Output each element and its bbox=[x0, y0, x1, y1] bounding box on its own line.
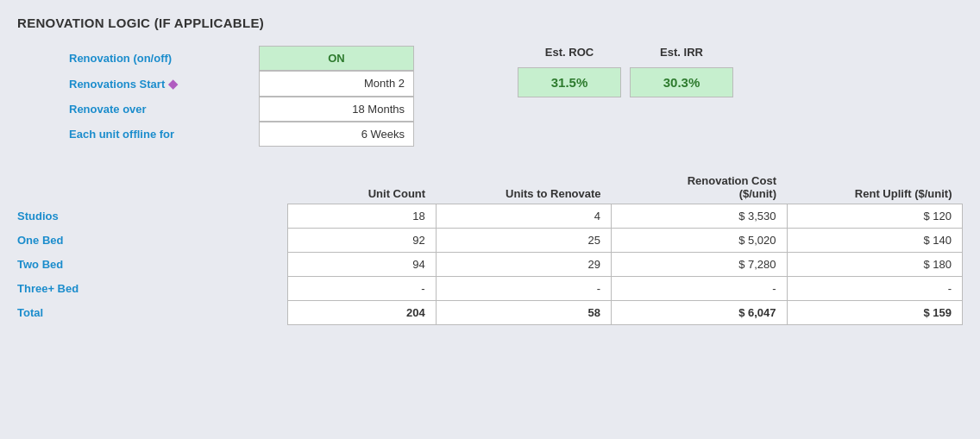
table-row: Studios 18 4 $ 3,530 $ 120 bbox=[17, 204, 963, 229]
row-units-to-renovate-1: 25 bbox=[436, 229, 611, 253]
row-renovation-cost-2: $ 7,280 bbox=[612, 253, 787, 277]
renovation-form: Renovation (on/off) ON Renovations Start… bbox=[69, 46, 414, 147]
renovation-toggle[interactable]: ON bbox=[259, 46, 414, 71]
renovation-table-area: Unit Count Units to Renovate Renovation … bbox=[17, 171, 963, 325]
row-renovation-cost-1: $ 5,020 bbox=[612, 229, 787, 253]
form-label-renovation: Renovation (on/off) bbox=[69, 46, 259, 71]
total-label: Total bbox=[17, 301, 287, 325]
renovate-over-value[interactable]: 18 Months bbox=[259, 97, 414, 122]
row-unit-count-0: 18 bbox=[287, 204, 436, 229]
row-label-1: One Bed bbox=[17, 229, 287, 253]
table-row: One Bed 92 25 $ 5,020 $ 140 bbox=[17, 229, 963, 253]
arrow-indicator: ◆ bbox=[168, 77, 178, 91]
th-renovation-cost: Renovation Cost ($/unit) bbox=[612, 171, 787, 204]
form-label-start: Renovations Start ◆ bbox=[69, 71, 259, 97]
roc-value: 31.5% bbox=[518, 67, 621, 97]
total-units-to-renovate: 58 bbox=[436, 301, 611, 325]
row-units-to-renovate-3: - bbox=[436, 277, 611, 301]
th-label bbox=[17, 171, 287, 204]
table-row: Three+ Bed - - - - bbox=[17, 277, 963, 301]
th-units-to-renovate: Units to Renovate bbox=[436, 171, 611, 204]
row-renovation-cost-3: - bbox=[612, 277, 787, 301]
irr-value: 30.3% bbox=[630, 67, 733, 97]
total-rent-uplift: $ 159 bbox=[787, 301, 962, 325]
row-label-3: Three+ Bed bbox=[17, 277, 287, 301]
th-rent-uplift: Rent Uplift ($/unit) bbox=[787, 171, 962, 204]
renovation-table: Unit Count Units to Renovate Renovation … bbox=[17, 171, 963, 325]
total-unit-count: 204 bbox=[287, 301, 436, 325]
renovations-start-value[interactable]: Month 2 bbox=[259, 71, 414, 97]
row-unit-count-2: 94 bbox=[287, 253, 436, 277]
row-units-to-renovate-0: 4 bbox=[436, 204, 611, 229]
irr-header: Est. IRR bbox=[630, 46, 733, 62]
th-unit-count: Unit Count bbox=[287, 171, 436, 204]
section-title: RENOVATION LOGIC (IF APPLICABLE) bbox=[17, 16, 963, 30]
row-rent-uplift-0: $ 120 bbox=[787, 204, 962, 229]
row-units-to-renovate-2: 29 bbox=[436, 253, 611, 277]
row-label-0: Studios bbox=[17, 204, 287, 229]
row-renovation-cost-0: $ 3,530 bbox=[612, 204, 787, 229]
row-rent-uplift-1: $ 140 bbox=[787, 229, 962, 253]
row-rent-uplift-3: - bbox=[787, 277, 962, 301]
row-rent-uplift-2: $ 180 bbox=[787, 253, 962, 277]
offline-value[interactable]: 6 Weeks bbox=[259, 122, 414, 147]
table-row: Two Bed 94 29 $ 7,280 $ 180 bbox=[17, 253, 963, 277]
row-unit-count-3: - bbox=[287, 277, 436, 301]
row-unit-count-1: 92 bbox=[287, 229, 436, 253]
total-row: Total 204 58 $ 6,047 $ 159 bbox=[17, 301, 963, 325]
form-label-offline: Each unit offline for bbox=[69, 122, 259, 147]
roc-header: Est. ROC bbox=[518, 46, 621, 62]
total-renovation-cost: $ 6,047 bbox=[612, 301, 787, 325]
row-label-2: Two Bed bbox=[17, 253, 287, 277]
metrics-area: Est. ROC Est. IRR 31.5% 30.3% bbox=[518, 46, 733, 97]
form-label-renovate-over: Renovate over bbox=[69, 97, 259, 122]
